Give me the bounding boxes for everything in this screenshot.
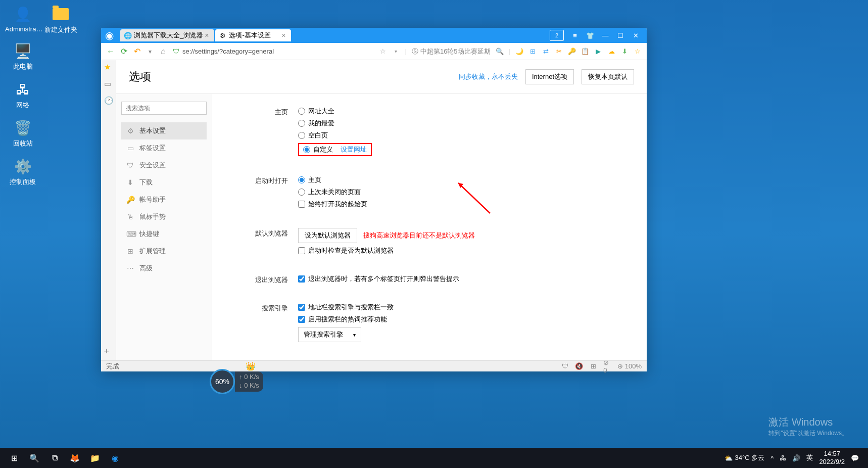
sidebar-item-mouse[interactable]: 🖱鼠标手势 (121, 208, 207, 225)
home-button[interactable]: ⌂ (159, 47, 168, 56)
start-button[interactable]: ⊞ (4, 448, 24, 468)
window-icon[interactable]: ⊞ (528, 48, 537, 56)
desktop-icon-network[interactable]: 🖧网络 (5, 80, 40, 110)
cloud-icon[interactable]: ☁ (607, 48, 615, 56)
speed-widget[interactable]: 60% ↑ 0 K/s ↓ 0 K/s (210, 369, 263, 394)
desktop-icon-control[interactable]: ⚙️控制面板 (5, 157, 40, 186)
tab-1[interactable]: 🌐 浏览器下载大全_浏览器 × (120, 29, 214, 41)
sidebar-item-advanced[interactable]: ⋯高级 (121, 260, 207, 277)
radio-start-last[interactable] (298, 189, 305, 196)
skin-icon[interactable]: 👕 (583, 30, 597, 41)
mouse-icon: 🖱 (126, 213, 134, 221)
taskbar: ⊞ 🔍 ⧉ 🦊 📁 ◉ ⛅ 34°C 多云 ^ 🖧 🔊 英 14:57 2022… (0, 448, 868, 468)
tab-count-badge[interactable]: 2 (550, 30, 564, 41)
desktop-icon-thispc[interactable]: 🖥️此电脑 (5, 42, 40, 71)
back-button[interactable]: ← (106, 47, 115, 56)
video-icon[interactable]: ▶ (594, 48, 602, 56)
set-url-link[interactable]: 设置网址 (341, 145, 367, 154)
status-text: 完成 (106, 362, 119, 371)
history-icon[interactable]: 🕐 (104, 96, 113, 105)
search-button[interactable]: 🔍 (24, 448, 44, 468)
dropdown-icon[interactable]: ▾ (392, 48, 400, 56)
page-title: 选项 (129, 69, 151, 84)
tray-network-icon[interactable]: 🖧 (780, 454, 786, 462)
tray-volume-icon[interactable]: 🔊 (792, 454, 800, 462)
radio-start-home[interactable] (298, 176, 305, 183)
minimize-button[interactable]: — (598, 30, 612, 41)
sidebar-item-label: 帐号助手 (139, 195, 166, 204)
radio-blank[interactable] (298, 132, 305, 139)
zoom-level[interactable]: ⊕ 100% (617, 362, 642, 370)
taskbar-clock[interactable]: 14:57 2022/9/2 (819, 450, 845, 465)
key-icon[interactable]: 🔑 (568, 48, 576, 56)
sidebar-item-shortcut[interactable]: ⌨快捷键 (121, 225, 207, 243)
translate-icon[interactable]: ⇄ (542, 48, 550, 56)
close-button[interactable]: ✕ (629, 30, 643, 41)
shield-icon: 🛡 (173, 48, 179, 55)
sidebar-item-download[interactable]: ⬇下载 (121, 174, 207, 191)
shield-status-icon[interactable]: 🛡 (561, 362, 569, 370)
desktop-icon-recycle[interactable]: 🗑️回收站 (5, 119, 40, 148)
mute-icon[interactable]: 🔇 (575, 362, 583, 370)
note-icon[interactable]: 📋 (581, 48, 589, 56)
address-text: se://settings/?category=general (182, 48, 274, 55)
favorite-icon[interactable]: ☆ (634, 48, 642, 56)
sidebar-item-basic[interactable]: ⚙基本设置 (121, 122, 207, 139)
tab-label: 浏览器下载大全_浏览器 (134, 31, 203, 40)
notification-icon[interactable]: 💬 (851, 454, 859, 462)
desktop-icon-folder[interactable]: 新建文件夹 (43, 5, 78, 34)
bookmarks-icon[interactable]: ★ (104, 63, 113, 72)
tray-ime[interactable]: 英 (806, 453, 813, 462)
tab-close-icon[interactable]: × (203, 31, 210, 39)
explorer-icon[interactable]: 📁 (85, 448, 105, 468)
taskview-button[interactable]: ⧉ (44, 448, 65, 468)
reload-button[interactable]: ⟳ (119, 47, 128, 56)
left-rail: ★ ▭ 🕐 + (101, 60, 116, 360)
checkbox-exit-warn[interactable] (298, 275, 305, 283)
radio-url-all[interactable] (298, 108, 305, 115)
reading-icon[interactable]: ▭ (104, 79, 113, 88)
add-panel-icon[interactable]: + (104, 346, 113, 355)
star-icon[interactable]: ☆ (379, 48, 387, 56)
firefox-icon[interactable]: 🦊 (65, 448, 85, 468)
sidebar-item-account[interactable]: 🔑帐号助手 (121, 191, 207, 208)
sidebar-item-label: 下载 (139, 178, 153, 187)
address-bar[interactable]: 🛡 se://settings/?category=general (173, 48, 334, 55)
undo-button[interactable]: ↶ (132, 47, 141, 56)
radio-favorite[interactable] (298, 120, 305, 127)
settings-sidebar: ⚙基本设置 ▭标签设置 🛡安全设置 ⬇下载 🔑帐号助手 🖱鼠标手势 ⌨快捷键 ⊞… (116, 94, 212, 360)
sync-link[interactable]: 同步收藏，永不丢失 (459, 72, 518, 81)
maximize-button[interactable]: ☐ (613, 30, 628, 41)
search-icon[interactable]: 🔍 (496, 48, 504, 56)
manage-search-dropdown[interactable]: 管理搜索引擎▾ (298, 327, 361, 342)
scissors-icon[interactable]: ✂ (555, 48, 563, 56)
restore-defaults-button[interactable]: 恢复本页默认 (582, 69, 634, 84)
tab-close-icon[interactable]: × (280, 31, 287, 39)
search-input[interactable] (121, 102, 207, 115)
checkbox-hotword[interactable] (298, 316, 305, 323)
moon-icon[interactable]: 🌙 (515, 48, 523, 56)
dropdown-icon[interactable]: ▾ (146, 47, 155, 56)
sidebar-item-security[interactable]: 🛡安全设置 (121, 157, 207, 174)
block-icon[interactable]: ⊘ 0 (603, 362, 611, 370)
sidebar-item-tabs[interactable]: ▭标签设置 (121, 139, 207, 157)
sidebar-item-extension[interactable]: ⊞扩展管理 (121, 243, 207, 260)
news-ticker[interactable]: Ⓢ 中超第16轮5场比赛延期 (412, 47, 491, 56)
set-default-button[interactable]: 设为默认浏览器 (298, 228, 357, 243)
checkbox-check-default[interactable] (298, 247, 305, 254)
desktop-icon-admin[interactable]: 👤Administra… (5, 5, 40, 33)
section-exit: 退出浏览器 (232, 274, 298, 287)
radio-custom[interactable] (303, 146, 310, 153)
internet-options-button[interactable]: Internet选项 (525, 69, 574, 84)
download-icon[interactable]: ⬇ (620, 48, 629, 56)
grid-icon[interactable]: ⊞ (589, 362, 597, 370)
sogou-browser-icon[interactable]: ◉ (105, 448, 125, 468)
tab-2-active[interactable]: ⚙ 选项-基本设置 × (215, 29, 291, 41)
checkbox-search-same[interactable] (298, 304, 305, 311)
weather-widget[interactable]: ⛅ 34°C 多云 (725, 453, 765, 462)
menu-icon[interactable]: ≡ (568, 30, 582, 41)
section-startup: 启动时打开 (232, 175, 298, 212)
tray-chevron-icon[interactable]: ^ (770, 454, 774, 462)
sidebar-item-label: 基本设置 (139, 126, 166, 135)
checkbox-always-startpage[interactable] (298, 201, 305, 208)
